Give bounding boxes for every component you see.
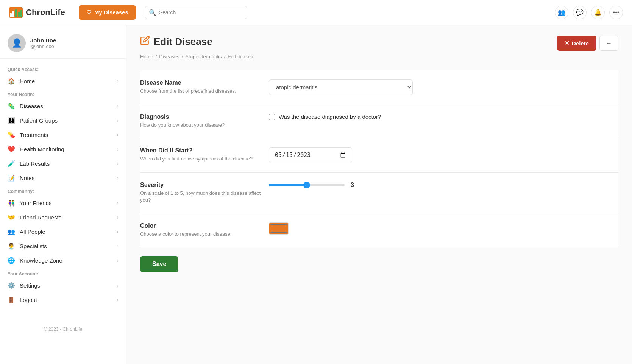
color-section: Color Choose a color to represent your d… [140, 213, 618, 247]
app-name: ChronLife [26, 8, 65, 17]
chevron-icon: › [117, 160, 119, 166]
sidebar-item-home[interactable]: 🏠 Home › [0, 74, 126, 88]
people-icon: 👥 [8, 228, 15, 235]
diagnosis-desc: How do you know about your disease? [140, 122, 261, 129]
bell-nav-button[interactable]: 🔔 [591, 6, 605, 19]
sidebar-item-label: Home [20, 78, 35, 84]
search-icon: 🔍 [149, 9, 156, 16]
chevron-icon: › [117, 297, 119, 303]
sidebar-item-label: Logout [20, 297, 37, 303]
sidebar-item-label: Specialists [20, 243, 47, 249]
diagnosis-checkbox-label[interactable]: Was the disease diagnosed by a doctor? [269, 114, 381, 120]
patient-groups-icon: 👨‍👩‍👦 [8, 117, 15, 124]
chevron-icon: › [117, 132, 119, 138]
logo: ChronLife [9, 7, 65, 18]
start-date-section: When Did It Start? When did you first no… [140, 138, 618, 173]
diagnosis-checkbox[interactable] [269, 114, 275, 120]
disease-name-section: Disease Name Choose from the list of pre… [140, 70, 618, 104]
chat-nav-button[interactable]: 💬 [573, 6, 587, 19]
sidebar-item-treatments[interactable]: 💊 Treatments › [0, 128, 126, 142]
specialists-icon: 👨‍⚕️ [8, 242, 15, 250]
sidebar-item-notes[interactable]: 📝 Notes › [0, 171, 126, 185]
sidebar-item-health-monitoring[interactable]: ❤️ Health Monitoring › [0, 142, 126, 156]
svg-rect-4 [18, 12, 20, 17]
page-header: Edit Disease ✕ Delete ← [140, 36, 618, 51]
notes-icon: 📝 [8, 174, 15, 182]
my-diseases-button[interactable]: ♡ My Diseases [79, 5, 136, 20]
back-button[interactable]: ← [599, 36, 618, 51]
chevron-icon: › [117, 103, 119, 109]
heart-icon: ♡ [86, 9, 91, 16]
chevron-icon: › [117, 78, 119, 84]
color-desc: Choose a color to represent your disease… [140, 231, 261, 238]
lab-icon: 🧪 [8, 160, 15, 167]
sidebar-footer: © 2023 - ChronLife [0, 322, 126, 336]
community-label: Community: [0, 185, 126, 196]
topnav: ChronLife ♡ My Diseases 🔍 👥 💬 🔔 ••• [0, 0, 632, 25]
save-button[interactable]: Save [140, 256, 178, 272]
start-date-label: When Did It Start? [140, 147, 261, 154]
sidebar-item-logout[interactable]: 🚪 Logout › [0, 292, 126, 307]
sidebar-item-friend-requests[interactable]: 🤝 Friend Requests › [0, 210, 126, 224]
user-area: 👤 John Doe @john.doe [0, 31, 126, 59]
diagnosis-label: Diagnosis [140, 114, 261, 120]
chevron-icon: › [117, 175, 119, 181]
delete-button[interactable]: ✕ Delete [557, 36, 596, 51]
settings-icon: ⚙️ [8, 282, 15, 289]
avatar: 👤 [8, 34, 26, 52]
severity-value: 3 [351, 182, 354, 188]
color-picker[interactable] [269, 222, 289, 235]
sidebar-item-label: Patient Groups [20, 117, 58, 124]
breadcrumb-sep: / [182, 54, 183, 59]
sidebar-item-settings[interactable]: ⚙️ Settings › [0, 278, 126, 292]
sidebar-item-label: Your Friends [20, 200, 52, 206]
sidebar-item-lab-results[interactable]: 🧪 Lab Results › [0, 156, 126, 171]
breadcrumb-current: Edit disease [228, 54, 254, 59]
breadcrumb: Home / Diseases / Atopic dermatitis / Ed… [140, 54, 618, 59]
chevron-icon: › [117, 146, 119, 152]
sidebar-item-knowledge-zone[interactable]: 🌐 Knowledge Zone › [0, 253, 126, 268]
diagnosis-checkbox-text: Was the disease diagnosed by a doctor? [279, 114, 381, 120]
chevron-icon: › [117, 282, 119, 288]
search-input[interactable] [145, 6, 247, 19]
sidebar-item-label: Treatments [20, 132, 48, 138]
friend-requests-icon: 🤝 [8, 213, 15, 221]
sidebar-item-label: Notes [20, 175, 34, 181]
chevron-icon: › [117, 229, 119, 235]
health-monitor-icon: ❤️ [8, 145, 15, 153]
breadcrumb-atopic[interactable]: Atopic dermatitis [185, 54, 222, 59]
sidebar-item-label: Lab Results [20, 160, 50, 167]
breadcrumb-sep: / [224, 54, 226, 59]
sidebar-item-label: Settings [20, 282, 40, 289]
disease-name-desc: Choose from the list of predefined disea… [140, 88, 261, 95]
severity-desc: On a scale of 1 to 5, how much does this… [140, 190, 261, 204]
sidebar-item-specialists[interactable]: 👨‍⚕️ Specialists › [0, 239, 126, 253]
breadcrumb-diseases[interactable]: Diseases [159, 54, 179, 59]
user-name: John Doe [30, 37, 56, 44]
sidebar-item-all-people[interactable]: 👥 All People › [0, 224, 126, 239]
disease-icon: 🦠 [8, 102, 15, 110]
account-label: Your Account: [0, 268, 126, 278]
chevron-icon: › [117, 243, 119, 249]
severity-area: 3 [269, 182, 354, 188]
chevron-icon: › [117, 214, 119, 220]
edit-page-icon [140, 36, 150, 48]
disease-name-select[interactable]: atopic dermatitis diabetes asthma hypert… [269, 79, 413, 95]
chevron-icon: › [117, 257, 119, 263]
sidebar-item-label: Friend Requests [20, 214, 61, 221]
breadcrumb-sep: / [156, 54, 157, 59]
sidebar-item-label: All People [20, 229, 45, 235]
people-nav-button[interactable]: 👥 [555, 6, 568, 19]
sidebar-item-your-friends[interactable]: 👫 Your Friends › [0, 196, 126, 210]
start-date-input[interactable] [269, 147, 352, 163]
sidebar-item-diseases[interactable]: 🦠 Diseases › [0, 99, 126, 113]
logo-icon [9, 7, 23, 18]
home-icon: 🏠 [8, 77, 15, 85]
sidebar-item-label: Health Monitoring [20, 146, 64, 152]
severity-slider[interactable] [269, 184, 345, 186]
chevron-icon: › [117, 117, 119, 123]
svg-rect-3 [15, 9, 17, 17]
more-nav-button[interactable]: ••• [609, 6, 623, 19]
breadcrumb-home[interactable]: Home [140, 54, 153, 59]
sidebar-item-patient-groups[interactable]: 👨‍👩‍👦 Patient Groups › [0, 113, 126, 128]
